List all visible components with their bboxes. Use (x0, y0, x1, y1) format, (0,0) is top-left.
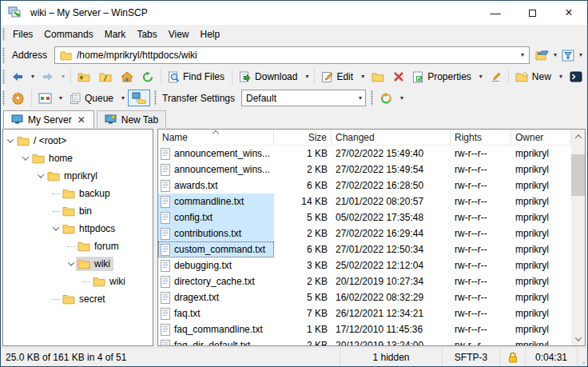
expand-chevron-icon[interactable] (35, 174, 46, 178)
file-name-cell[interactable]: announcement_wins... (158, 146, 274, 162)
column-header-owner[interactable]: Owner (511, 130, 571, 145)
file-row[interactable]: dragext.txt 5 KB 16/02/2022 08:32:29 rw-… (158, 289, 571, 305)
file-name-cell[interactable]: awards.txt (158, 178, 274, 193)
address-dropdown-icon[interactable]: ▾ (518, 52, 527, 58)
file-row[interactable]: faq_commandline.txt 1 KB 17/12/2010 11:4… (158, 321, 571, 337)
menu-item[interactable]: Help (195, 25, 226, 44)
file-row[interactable]: faq_dir_default.txt 2 KB 20/12/2019 13:2… (158, 337, 571, 345)
tree-item[interactable]: httpdocs (3, 220, 153, 237)
copy-button[interactable] (368, 69, 389, 85)
tree-node[interactable]: home (30, 151, 76, 166)
filter-dropdown-icon[interactable]: ▾ (576, 52, 587, 58)
tree-node[interactable]: httpdocs (61, 221, 118, 236)
forward-dropdown-icon[interactable]: ▾ (58, 74, 68, 80)
synchronize-browsing-button[interactable] (375, 90, 397, 107)
find-files-button[interactable]: Find Files (164, 69, 229, 86)
menu-item[interactable]: Files (7, 25, 38, 44)
file-name-cell[interactable]: directory_cache.txt (158, 273, 274, 289)
scroll-up-icon[interactable] (571, 130, 585, 143)
file-name-cell[interactable]: faq_dir_default.txt (158, 337, 274, 345)
edit-dropdown-icon[interactable]: ▾ (358, 74, 368, 80)
tree-item[interactable]: wiki (3, 255, 153, 273)
tree-node[interactable]: wiki (76, 257, 113, 271)
transfer-settings-dropdown-icon[interactable]: ▾ (356, 95, 365, 102)
tree-item[interactable]: backup (3, 185, 153, 202)
menu-item[interactable]: Tabs (131, 25, 162, 44)
rename-button[interactable] (486, 69, 506, 86)
refresh-button[interactable] (137, 69, 158, 86)
file-row[interactable]: debugging.txt 3 KB 25/02/2022 12:12:04 r… (158, 257, 571, 273)
file-name-cell[interactable]: debugging.txt (158, 257, 274, 273)
expand-chevron-icon[interactable] (50, 226, 61, 231)
menu-grip[interactable] (2, 28, 5, 41)
column-header-changed[interactable]: Changed (332, 130, 451, 145)
file-row[interactable]: faq.txt 7 KB 26/12/2021 12:34:21 rw-r--r… (158, 305, 571, 321)
scroll-down-icon[interactable] (571, 332, 585, 345)
properties-button[interactable]: Properties (408, 69, 476, 86)
tree-toggle-button[interactable] (128, 90, 150, 106)
tree-node[interactable]: bin (61, 204, 95, 218)
new-button[interactable]: New (511, 69, 556, 85)
file-name-cell[interactable]: faq_commandline.txt (158, 321, 274, 337)
vertical-scrollbar[interactable] (571, 130, 585, 345)
queue-button[interactable]: Queue (66, 90, 118, 106)
file-row[interactable]: commandline.txt 14 KB 21/01/2022 08:20:5… (158, 193, 571, 209)
toolbar2-grip[interactable] (2, 90, 5, 106)
file-name-cell[interactable]: dragext.txt (158, 289, 274, 305)
menu-item[interactable]: Commands (38, 25, 98, 44)
file-name-cell[interactable]: custom_command.txt (158, 241, 274, 257)
tab-my-server[interactable]: My Server ✕ (3, 110, 94, 128)
menu-item[interactable]: View (163, 25, 195, 44)
tree-item[interactable]: secret (3, 290, 153, 308)
expand-chevron-icon[interactable] (66, 246, 76, 247)
expand-chevron-icon[interactable] (50, 211, 61, 212)
file-name-cell[interactable]: config.txt (158, 209, 274, 225)
filter-button[interactable] (560, 48, 576, 63)
console-button[interactable] (566, 69, 586, 85)
tree-node[interactable]: / <root> (15, 134, 70, 148)
file-name-cell[interactable]: announcement_wins... (158, 162, 274, 178)
status-lock[interactable] (500, 348, 526, 366)
tree-node[interactable]: wiki (91, 274, 129, 289)
minimize-button[interactable]: — (477, 1, 514, 25)
home-directory-button[interactable] (117, 69, 137, 85)
transfer-settings-select[interactable]: Default ▾ (241, 90, 366, 106)
root-directory-button[interactable] (95, 69, 117, 85)
parent-directory-button[interactable] (74, 69, 95, 85)
tree-node[interactable]: backup (61, 186, 113, 201)
file-row[interactable]: directory_cache.txt 2 KB 20/12/2019 10:2… (158, 273, 571, 289)
file-row[interactable]: contributions.txt 2 KB 27/02/2022 16:29:… (158, 225, 571, 241)
expand-chevron-icon[interactable] (20, 156, 30, 161)
transfer-grip[interactable] (154, 90, 157, 106)
open-directory-button[interactable] (534, 48, 550, 62)
address-input[interactable]: /home/mprikryl/httpdocs/wiki ▾ (54, 46, 530, 64)
forward-button[interactable] (38, 69, 58, 85)
tab-new-tab[interactable]: New Tab (97, 110, 166, 128)
file-row[interactable]: awards.txt 6 KB 27/02/2022 16:28:50 rw-r… (158, 178, 571, 193)
panel-layout-button[interactable] (34, 90, 56, 106)
synchronize-browsing-dropdown-icon[interactable]: ▾ (397, 95, 407, 102)
download-dropdown-icon[interactable]: ▾ (302, 74, 312, 80)
expand-chevron-icon[interactable] (66, 261, 76, 266)
back-button[interactable] (7, 69, 28, 85)
tree-item[interactable]: / <root> (3, 132, 153, 150)
tree-item[interactable]: wiki (3, 273, 153, 290)
expand-chevron-icon[interactable] (50, 299, 61, 300)
menu-item[interactable]: Mark (99, 25, 132, 44)
column-header-size[interactable]: Size (274, 130, 332, 145)
status-protocol[interactable]: SFTP-3 (443, 348, 500, 366)
tree-node[interactable]: mprikryl (46, 169, 101, 183)
scrollbar-track[interactable] (571, 143, 585, 332)
new-dropdown-icon[interactable]: ▾ (556, 74, 566, 80)
back-dropdown-icon[interactable]: ▾ (28, 74, 38, 80)
maximize-button[interactable] (514, 1, 550, 25)
sync-grip[interactable] (371, 90, 373, 106)
file-name-cell[interactable]: contributions.txt (158, 225, 274, 241)
file-row[interactable]: config.txt 5 KB 05/02/2022 17:35:48 rw-r… (158, 209, 571, 225)
scrollbar-thumb[interactable] (571, 154, 585, 196)
address-path[interactable]: /home/mprikryl/httpdocs/wiki (74, 50, 518, 61)
file-row[interactable]: custom_command.txt 6 KB 27/01/2022 12:50… (158, 241, 571, 257)
edit-button[interactable]: Edit (317, 69, 358, 86)
panel-layout-dropdown-icon[interactable]: ▾ (56, 95, 66, 102)
file-row[interactable]: announcement_wins... 1 KB 27/02/2022 15:… (158, 146, 571, 162)
